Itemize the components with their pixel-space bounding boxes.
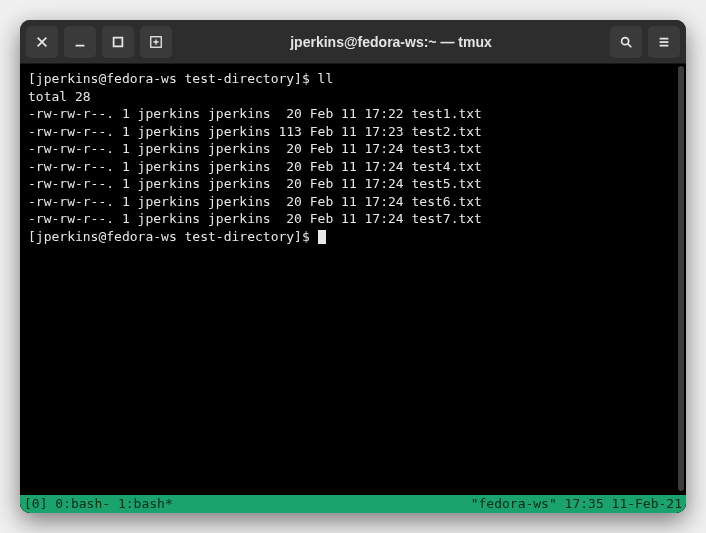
maximize-button[interactable]: [102, 26, 134, 58]
file-row: -rw-rw-r--. 1 jperkins jperkins 113 Feb …: [28, 123, 678, 141]
search-icon: [619, 35, 633, 49]
maximize-icon: [111, 35, 125, 49]
tmux-status-bar: [0] 0:bash- 1:bash* "fedora-ws" 17:35 11…: [20, 495, 686, 513]
cursor: [318, 230, 326, 244]
file-row: -rw-rw-r--. 1 jperkins jperkins 20 Feb 1…: [28, 105, 678, 123]
prompt: [jperkins@fedora-ws test-directory]$: [28, 71, 318, 86]
command: ll: [318, 71, 334, 86]
new-tab-icon: [149, 35, 163, 49]
file-row: -rw-rw-r--. 1 jperkins jperkins 20 Feb 1…: [28, 140, 678, 158]
command-line: [jperkins@fedora-ws test-directory]$ ll: [28, 70, 678, 88]
total-line: total 28: [28, 88, 678, 106]
minimize-button[interactable]: [64, 26, 96, 58]
minimize-icon: [73, 35, 87, 49]
file-row: -rw-rw-r--. 1 jperkins jperkins 20 Feb 1…: [28, 175, 678, 193]
file-row: -rw-rw-r--. 1 jperkins jperkins 20 Feb 1…: [28, 210, 678, 228]
window-title: jperkins@fedora-ws:~ — tmux: [178, 34, 604, 50]
file-row: -rw-rw-r--. 1 jperkins jperkins 20 Feb 1…: [28, 158, 678, 176]
titlebar: jperkins@fedora-ws:~ — tmux: [20, 20, 686, 64]
close-icon: [35, 35, 49, 49]
prompt: [jperkins@fedora-ws test-directory]$: [28, 229, 318, 244]
tmux-status-left: [0] 0:bash- 1:bash*: [24, 495, 173, 513]
file-row: -rw-rw-r--. 1 jperkins jperkins 20 Feb 1…: [28, 193, 678, 211]
search-button[interactable]: [610, 26, 642, 58]
hamburger-icon: [657, 35, 671, 49]
new-tab-button[interactable]: [140, 26, 172, 58]
scrollbar[interactable]: [678, 66, 684, 491]
tmux-status-right: "fedora-ws" 17:35 11-Feb-21: [471, 495, 682, 513]
command-line: [jperkins@fedora-ws test-directory]$: [28, 228, 678, 246]
svg-rect-0: [114, 37, 123, 46]
svg-point-2: [622, 37, 629, 44]
close-button[interactable]: [26, 26, 58, 58]
terminal-window: jperkins@fedora-ws:~ — tmux [jperkins@fe…: [20, 20, 686, 513]
terminal-area[interactable]: [jperkins@fedora-ws test-directory]$ ll …: [20, 64, 686, 513]
menu-button[interactable]: [648, 26, 680, 58]
